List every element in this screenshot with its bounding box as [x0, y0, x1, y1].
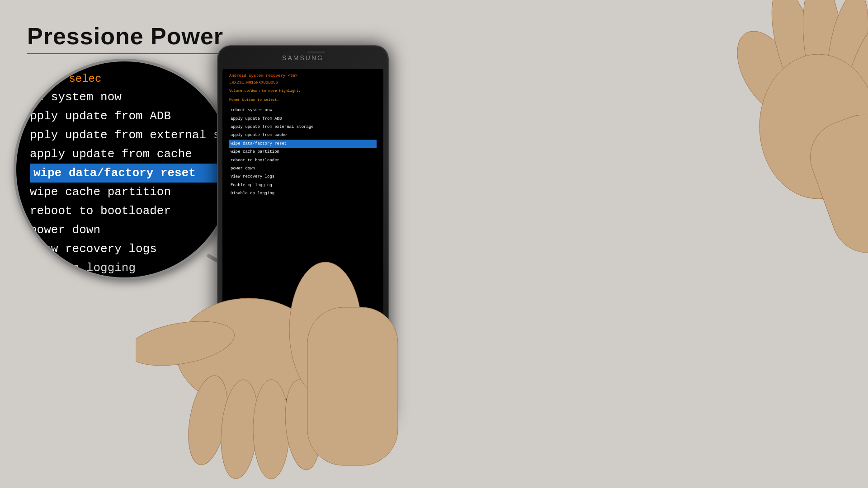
screen-menu-item-3: apply update from cache [229, 131, 377, 139]
mag-item-wipe-factory: wipe data/factory reset [30, 164, 219, 183]
mag-item-apply-adb: pply update from ADB [30, 107, 219, 126]
hand-right-svg [506, 0, 868, 316]
screen-menu-item-1: apply update from ADB [229, 115, 377, 123]
screen-menu-item-2: apply update from external storage [229, 123, 377, 131]
svg-point-11 [253, 380, 289, 479]
mag-item-power-down: power down [30, 221, 219, 239]
mag-item-apply-cache: apply update from cache [30, 145, 219, 164]
screen-menu-item-4-selected: wipe data/factory reset [229, 140, 377, 148]
hand-bottom [136, 262, 452, 488]
screen-divider [229, 200, 377, 200]
screen-menu-item-0: reboot system now [229, 106, 377, 114]
mag-item-wipe-cache: wipe cache partition [30, 183, 219, 202]
svg-rect-14 [307, 307, 398, 465]
samsung-logo: SAMSUNG [282, 54, 324, 61]
hand-bottom-svg [136, 262, 452, 488]
screen-menu-item-6: reboot to bootloader [229, 156, 377, 164]
screen-instruction-2: Power button to select. [229, 97, 377, 103]
mag-item-apply-external: pply update from external s [30, 126, 219, 145]
phone-speaker [307, 52, 326, 53]
hand-right [506, 0, 868, 316]
screen-menu-item-7: power down [229, 164, 377, 173]
mag-item-reboot: ot system now [30, 88, 219, 107]
mag-item-top-partial: on to selec [30, 66, 219, 88]
mag-item-reboot-bootloader: reboot to bootloader [30, 202, 219, 221]
mag-item-view-logs: view recovery logs [30, 239, 219, 258]
screen-menu-item-8: view recovery logs [229, 173, 377, 181]
screen-header-line-2: LRX23E.N915FXXU2BOC6 [229, 80, 377, 86]
screen-instruction-1: Volume up/down to move highlight, [229, 88, 377, 94]
screen-menu-item-9: Enable cp logging [229, 181, 377, 189]
screen-menu-item-5: wipe cache partition [229, 148, 377, 156]
screen-header-line-1: Android system recovery <3e> [229, 73, 377, 79]
screen-menu-item-10: Disable cp logging [229, 189, 377, 197]
